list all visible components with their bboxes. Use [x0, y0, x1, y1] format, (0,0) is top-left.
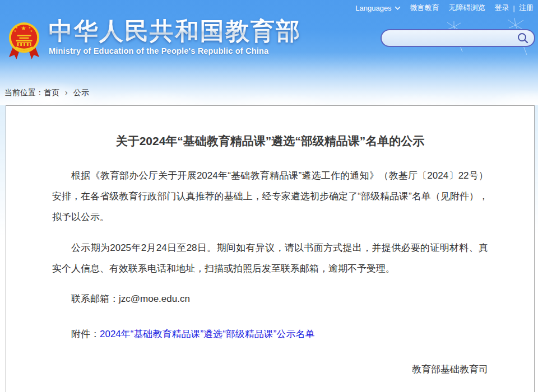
breadcrumb-current: 公示 — [73, 88, 89, 97]
attachment-label: 附件： — [71, 329, 100, 339]
site-title-cn: 中华人民共和国教育部 — [49, 18, 301, 44]
brand-titles: 中华人民共和国教育部 Ministry of Education of the … — [49, 18, 301, 55]
svg-text:★: ★ — [14, 30, 17, 32]
contact-line: 联系邮箱：jzc@moe.edu.cn — [52, 288, 488, 309]
site-brand[interactable]: ★ ★ ★ ★ ★ 中华人民共和国教育部 Ministry of Educat — [8, 17, 301, 62]
breadcrumb-home-link[interactable]: 首页 — [44, 88, 59, 97]
page-title: 关于2024年“基础教育精品课”遴选“部级精品课”名单的公示 — [52, 133, 488, 150]
svg-text:★: ★ — [16, 26, 18, 29]
article-content: 关于2024年“基础教育精品课”遴选“部级精品课”名单的公示 根据《教育部办公厅… — [6, 106, 534, 392]
topbar-link-accessibility[interactable]: 无障碍浏览 — [449, 3, 485, 13]
national-emblem-icon: ★ ★ ★ ★ ★ — [8, 18, 40, 62]
topbar: Languages 微言教育 无障碍浏览 登录 | 注册 — [355, 3, 534, 13]
register-link[interactable]: 注册 — [519, 3, 534, 13]
languages-menu[interactable]: Languages — [355, 4, 391, 12]
login-link[interactable]: 登录 — [495, 3, 509, 13]
svg-text:★: ★ — [21, 25, 26, 31]
attachment-link[interactable]: 2024年“基础教育精品课”遴选“部级精品课”公示名单 — [100, 329, 314, 339]
article-paragraph: 根据《教育部办公厅关于开展2024年“基础教育精品课”遴选工作的通知》（教基厅〔… — [52, 165, 488, 227]
svg-text:★: ★ — [29, 26, 31, 29]
page: Languages 微言教育 无障碍浏览 登录 | 注册 ★ — [0, 0, 538, 392]
contact-label: 联系邮箱： — [71, 293, 119, 304]
article-paragraph: 公示期为2025年2月24日至28日。期间如有异议，请以书面方式提出，并提供必要… — [52, 237, 488, 279]
chevron-down-icon[interactable] — [395, 6, 401, 10]
breadcrumb-separator: › — [59, 88, 73, 97]
article-card: 关于2024年“基础教育精品课”遴选“部级精品课”名单的公示 根据《教育部办公厅… — [6, 105, 535, 392]
contact-email: jzc@moe.edu.cn — [119, 293, 190, 304]
search-icon[interactable] — [517, 32, 529, 44]
topbar-link-weixin[interactable]: 微言教育 — [410, 3, 439, 13]
search-box — [381, 29, 535, 47]
signoff-department: 教育部基础教育司 — [52, 359, 488, 380]
topbar-divider: | — [509, 4, 519, 12]
svg-text:★: ★ — [30, 30, 33, 32]
search-input[interactable] — [382, 30, 517, 46]
site-title-en: Ministry of Education of the People's Re… — [49, 46, 301, 55]
breadcrumb-label: 当前位置： — [4, 88, 44, 97]
attachment-line: 附件：2024年“基础教育精品课”遴选“部级精品课”公示名单 — [52, 324, 488, 344]
site-header: Languages 微言教育 无障碍浏览 登录 | 注册 ★ — [0, 0, 538, 105]
breadcrumb: 当前位置：首页›公示 — [4, 88, 89, 98]
